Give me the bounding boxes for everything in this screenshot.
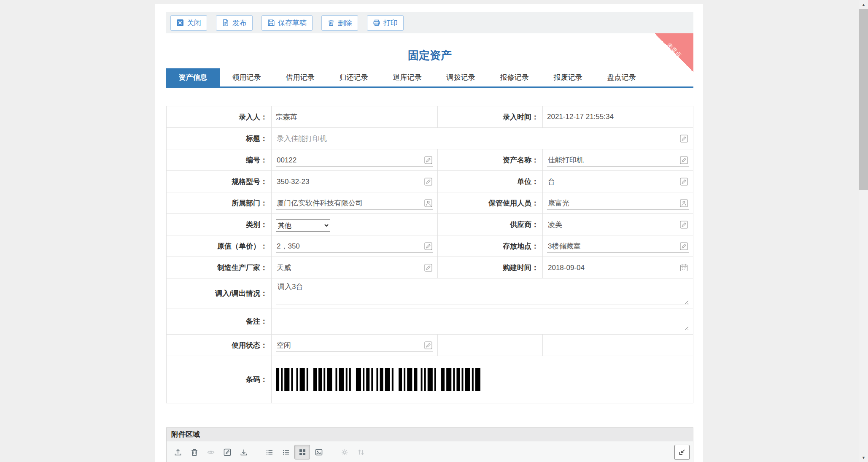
tab-receive-record[interactable]: 领用记录 [220, 68, 273, 86]
table-row: 规格型号： 350-32-23 单位： 台 [167, 171, 693, 192]
edit-icon[interactable] [680, 242, 688, 250]
upload-icon [174, 448, 182, 457]
image-view-button[interactable] [311, 445, 326, 459]
action-toolbar: 关闭 发布 保存草稿 删除 打印 [166, 12, 693, 33]
title-label: 标题： [167, 128, 272, 149]
tab-return-record[interactable]: 归还记录 [327, 68, 380, 86]
code-input[interactable]: 00122 [276, 154, 433, 167]
save-draft-button[interactable]: 保存草稿 [261, 15, 313, 31]
detail-list-icon [282, 448, 290, 457]
preview-icon [207, 448, 215, 457]
empty-cell [543, 335, 693, 356]
form-content: 未盘点 固定资产 资产信息 领用记录 借用记录 归还记录 退库记录 调拨记录 报… [166, 33, 693, 462]
usage-status-input[interactable]: 空闲 [276, 339, 433, 352]
purchase-date-label: 购建时间： [438, 257, 543, 278]
manufacturer-value: 天威 [277, 263, 422, 273]
asset-form-table: 录入人： 宗森苒 录入时间： 2021-12-17 21:55:34 标题： 录… [166, 106, 693, 403]
grid-view-button[interactable] [294, 445, 310, 459]
tab-bar: 资产信息 领用记录 借用记录 归还记录 退库记录 调拨记录 报修记录 报废记录 … [166, 68, 693, 88]
scroll-up-button[interactable]: ▲ [859, 0, 868, 9]
tab-scrap-record[interactable]: 报废记录 [541, 68, 595, 86]
user-picker-icon[interactable] [424, 199, 432, 207]
supplier-value: 凌美 [548, 220, 677, 230]
gear-icon [340, 448, 349, 457]
location-input[interactable]: 3楼储藏室 [547, 240, 689, 253]
calendar-icon[interactable] [680, 264, 688, 272]
department-input[interactable]: 厦门亿实软件科技有限公司 [276, 197, 433, 210]
entered-by-value: 宗森苒 [272, 112, 437, 122]
detail-view-button[interactable] [278, 445, 294, 459]
unit-label: 单位： [438, 171, 543, 192]
table-row: 所属部门： 厦门亿实软件科技有限公司 保管使用人员： 康富光 [167, 192, 693, 214]
resize-handle-icon[interactable] [684, 325, 688, 330]
asset-name-label: 资产名称： [438, 149, 543, 171]
remark-textarea[interactable] [276, 311, 689, 331]
category-select[interactable]: 其他 [276, 219, 330, 232]
table-row: 录入人： 宗森苒 录入时间： 2021-12-17 21:55:34 [167, 106, 693, 128]
page: 关闭 发布 保存草稿 删除 打印 未盘点 [0, 0, 868, 462]
tab-inventory-record[interactable]: 盘点记录 [595, 68, 648, 86]
empty-cell [438, 335, 543, 356]
print-button[interactable]: 打印 [367, 15, 404, 31]
edit-attachment-button[interactable] [219, 445, 235, 459]
scroll-down-button[interactable]: ▼ [859, 453, 868, 462]
save-draft-button-label: 保存草稿 [278, 18, 307, 28]
keeper-label: 保管使用人员： [438, 192, 543, 214]
original-price-label: 原值（单价）： [167, 235, 272, 257]
list-view-button[interactable] [261, 445, 277, 459]
department-label: 所属部门： [167, 192, 272, 214]
edit-icon[interactable] [424, 242, 432, 250]
tab-transfer-record[interactable]: 调拨记录 [434, 68, 488, 86]
unit-input[interactable]: 台 [547, 176, 689, 188]
publish-button-label: 发布 [232, 18, 247, 28]
edit-icon[interactable] [424, 341, 432, 349]
table-row: 条码： [167, 356, 693, 403]
scrollbar-thumb[interactable] [859, 9, 868, 190]
settings-button [337, 445, 352, 459]
edit-icon[interactable] [680, 178, 688, 186]
download-button[interactable] [236, 445, 251, 459]
edit-icon[interactable] [424, 264, 432, 272]
tab-stock-return-record[interactable]: 退库记录 [380, 68, 434, 86]
preview-button [203, 445, 218, 459]
keeper-input[interactable]: 康富光 [547, 197, 689, 210]
tab-asset-info[interactable]: 资产信息 [166, 68, 220, 86]
asset-name-input[interactable]: 佳能打印机 [547, 154, 689, 167]
print-icon [373, 19, 380, 27]
vertical-scrollbar[interactable]: ▲ ▼ [859, 0, 868, 462]
spec-model-input[interactable]: 350-32-23 [276, 176, 433, 188]
attachments-toolbar [166, 441, 693, 462]
user-picker-icon[interactable] [680, 199, 688, 207]
spec-model-label: 规格型号： [167, 171, 272, 192]
transfer-info-textarea[interactable]: 调入3台 [276, 281, 689, 305]
barcode-label: 条码： [167, 356, 272, 403]
usage-status-value: 空闲 [277, 340, 422, 350]
edit-icon[interactable] [424, 178, 432, 186]
delete-attachment-button[interactable] [186, 445, 202, 459]
table-row: 备注： [167, 308, 693, 335]
edit-icon[interactable] [424, 156, 432, 164]
edit-icon[interactable] [680, 221, 688, 229]
close-button[interactable]: 关闭 [170, 15, 207, 31]
manufacturer-input[interactable]: 天威 [276, 262, 433, 274]
title-input[interactable]: 录入佳能打印机 [276, 132, 689, 145]
grid-icon [298, 448, 307, 457]
delete-button[interactable]: 删除 [321, 15, 358, 31]
collapse-panel-button[interactable] [674, 445, 690, 460]
edit-icon[interactable] [680, 135, 688, 143]
content-panel: 关闭 发布 保存草稿 删除 打印 未盘点 [155, 4, 703, 462]
edit-icon[interactable] [680, 156, 688, 164]
remark-label: 备注： [167, 308, 272, 335]
upload-button[interactable] [170, 445, 186, 459]
tab-repair-record[interactable]: 报修记录 [488, 68, 541, 86]
resize-handle-icon[interactable] [684, 299, 688, 304]
purchase-date-value: 2018-09-04 [548, 264, 677, 272]
attachments-header: 附件区域 [166, 427, 693, 441]
entered-by-label: 录入人： [167, 106, 272, 128]
purchase-date-input[interactable]: 2018-09-04 [547, 262, 689, 274]
close-icon [176, 19, 184, 27]
publish-button[interactable]: 发布 [216, 15, 253, 31]
tab-borrow-record[interactable]: 借用记录 [273, 68, 327, 86]
original-price-input[interactable]: 2，350 [276, 240, 433, 253]
supplier-input[interactable]: 凌美 [547, 219, 689, 231]
